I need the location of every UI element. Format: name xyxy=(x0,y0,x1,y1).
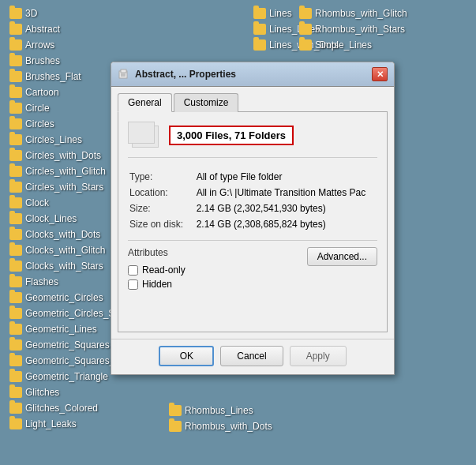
folder-icon xyxy=(9,355,22,366)
folder-icon xyxy=(9,403,22,414)
folder-icon xyxy=(9,197,22,208)
folder-icon xyxy=(9,324,22,335)
list-item[interactable]: Brushes_Flat xyxy=(6,69,121,84)
apply-button[interactable]: Apply xyxy=(290,346,347,366)
folder-icon xyxy=(9,182,22,193)
list-item[interactable]: Arrows xyxy=(6,38,121,52)
readonly-checkbox-item[interactable]: Read-only xyxy=(128,264,186,276)
svg-rect-1 xyxy=(121,69,126,73)
prop-row-type: Type: All of type File folder xyxy=(128,169,377,185)
readonly-label: Read-only xyxy=(142,264,186,276)
prop-label-type: Type: xyxy=(128,169,195,185)
folder-icon xyxy=(9,245,22,256)
list-item[interactable]: Glitches xyxy=(6,385,121,399)
hidden-label: Hidden xyxy=(142,279,172,290)
dialog-titlebar: Abstract, ... Properties ✕ xyxy=(111,62,394,87)
list-item[interactable]: Geometric_Circles xyxy=(6,291,121,305)
prop-label-size-disk: Size on disk: xyxy=(128,216,195,232)
list-item[interactable]: Geometric_Squares_ xyxy=(6,354,121,368)
tab-content-general: 3,000 Files, 71 Folders Type: All of typ… xyxy=(118,111,388,332)
list-item[interactable]: Circles_with_Glitch xyxy=(6,164,121,178)
prop-value-size-disk: 2.14 GB (2,308,685,824 bytes) xyxy=(195,216,377,232)
folder-icon xyxy=(9,418,22,429)
cancel-button[interactable]: Cancel xyxy=(220,346,283,366)
folder-icon xyxy=(9,166,22,177)
hidden-checkbox-item[interactable]: Hidden xyxy=(128,279,186,290)
list-item[interactable]: Simple_Lines xyxy=(296,38,410,52)
list-item[interactable]: Flashes xyxy=(6,275,121,289)
readonly-checkbox[interactable] xyxy=(128,265,138,276)
advanced-button[interactable]: Advanced... xyxy=(307,247,377,266)
attributes-section: Attributes Read-only Hidden Advanced... xyxy=(128,240,377,290)
folder-icon xyxy=(253,39,266,51)
folder-icon xyxy=(169,421,182,432)
attributes-label: Attributes xyxy=(128,247,186,258)
list-item[interactable]: Circles_with_Dots xyxy=(6,148,121,163)
list-item[interactable]: Geometric_Circles_S xyxy=(6,306,121,321)
list-item[interactable]: Geometric_Triangle xyxy=(6,369,121,384)
list-item[interactable]: Circles_with_Stars xyxy=(6,180,121,194)
folder-icon xyxy=(9,39,22,51)
list-item[interactable]: Clocks_with_Glitch xyxy=(6,243,121,257)
folder-icon xyxy=(9,24,22,35)
folder-icon xyxy=(253,8,266,19)
prop-row-size-disk: Size on disk: 2.14 GB (2,308,685,824 byt… xyxy=(128,216,377,232)
properties-table: Type: All of type File folder Location: … xyxy=(128,169,377,232)
folder-icon xyxy=(9,387,22,398)
folder-icon xyxy=(9,103,22,114)
dialog-title-text: Abstract, ... Properties xyxy=(135,69,236,80)
list-item[interactable]: Circles xyxy=(6,117,121,131)
folder-icon xyxy=(9,276,22,287)
tab-bar: General Customize xyxy=(118,93,388,112)
list-item[interactable]: 3D xyxy=(6,6,121,21)
prop-row-location: Location: All in G:\ |Ultimate Transitio… xyxy=(128,185,377,201)
list-item[interactable]: Clocks_with_Stars xyxy=(6,259,121,273)
tab-general[interactable]: General xyxy=(118,93,172,112)
list-item[interactable]: Abstract xyxy=(6,22,121,36)
folder-icon xyxy=(9,150,22,161)
list-item[interactable]: Circle xyxy=(6,101,121,115)
folder-icon xyxy=(9,339,22,351)
folder-icon xyxy=(299,24,312,35)
close-button[interactable]: ✕ xyxy=(372,67,388,81)
list-item[interactable]: Clock_Lines xyxy=(6,212,121,226)
folder-icon xyxy=(9,308,22,319)
prop-row-size: Size: 2.14 GB (2,302,541,930 bytes) xyxy=(128,201,377,216)
list-item[interactable]: Light_Leaks xyxy=(6,417,121,431)
folder-icon xyxy=(299,8,312,19)
list-item[interactable]: Clock xyxy=(6,196,121,210)
properties-icon xyxy=(118,68,130,81)
list-item[interactable]: Rhombus_with_Glitch xyxy=(296,6,410,21)
file-count-badge: 3,000 Files, 71 Folders xyxy=(169,126,294,145)
prop-value-size: 2.14 GB (2,302,541,930 bytes) xyxy=(195,201,377,216)
prop-label-location: Location: xyxy=(128,185,195,201)
prop-value-type: All of type File folder xyxy=(195,169,377,185)
list-item[interactable]: Geometric_Squares xyxy=(6,338,121,352)
folder-icon xyxy=(9,292,22,303)
dialog-body: General Customize 3,000 Files, 71 Folder… xyxy=(111,87,394,339)
prop-label-size: Size: xyxy=(128,201,195,216)
folder-icon xyxy=(9,118,22,129)
dialog-title-area: Abstract, ... Properties xyxy=(118,68,236,81)
folder-icon xyxy=(9,71,22,82)
folder-icon xyxy=(299,39,312,51)
folder-icon xyxy=(9,8,22,19)
list-item[interactable]: Cartoon xyxy=(6,85,121,99)
list-item[interactable]: Circles_Lines xyxy=(6,133,121,147)
folder-icon xyxy=(9,229,22,240)
folder-icon xyxy=(9,55,22,66)
list-item[interactable]: Clocks_with_Dots xyxy=(6,227,121,242)
dialog-buttons: OK Cancel Apply xyxy=(111,339,394,374)
list-item[interactable]: Glitches_Colored xyxy=(6,401,121,415)
list-item[interactable]: Rhombus_Lines xyxy=(166,403,280,418)
list-item[interactable]: Rhombus_with_Dots xyxy=(166,419,280,433)
folder-icon xyxy=(253,24,266,35)
list-item[interactable]: Geometric_Lines xyxy=(6,322,121,336)
folder-icon xyxy=(9,134,22,145)
tab-customize[interactable]: Customize xyxy=(174,93,239,112)
ok-button[interactable]: OK xyxy=(159,346,214,366)
hidden-checkbox[interactable] xyxy=(128,279,138,290)
list-item[interactable]: Rhombus_with_Stars xyxy=(296,22,410,36)
list-item[interactable]: Brushes xyxy=(6,54,121,68)
properties-dialog: Abstract, ... Properties ✕ General Custo… xyxy=(111,62,395,375)
